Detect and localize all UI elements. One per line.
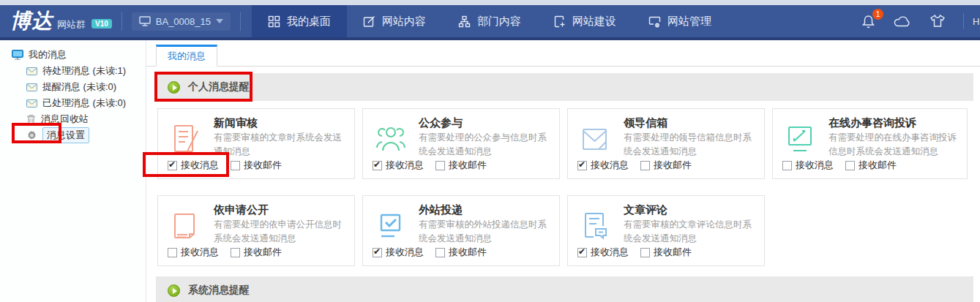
doc-plus-icon bbox=[553, 15, 566, 28]
notification-count-badge: 1 bbox=[872, 9, 883, 20]
mail-icon bbox=[26, 83, 37, 91]
tab-my-messages[interactable]: 我的消息 bbox=[156, 45, 217, 67]
card-external-submission: 外站投递 有需要审核的外站投递信息时系统会发送通知消息 接收消息 接收邮件 bbox=[362, 195, 560, 266]
mail-icon bbox=[26, 67, 37, 75]
nav-item-label: 网站内容 bbox=[382, 15, 426, 29]
receive-message-label: 接收消息 bbox=[591, 246, 629, 259]
card-description: 有需要处理的在线办事咨询投诉信息时系统会发送通知消息 bbox=[828, 131, 958, 159]
receive-message-checkbox[interactable] bbox=[577, 161, 587, 170]
navbar-right-group: 1 H bbox=[861, 5, 980, 37]
receive-email-checkbox[interactable] bbox=[435, 161, 445, 170]
card-description: 有需要处理的公众参与信息时系统会发送通知消息 bbox=[419, 131, 550, 159]
sidebar-item-processed-messages[interactable]: 已处理消息 (未读:0) bbox=[0, 95, 146, 111]
receive-email-checkbox[interactable] bbox=[845, 161, 855, 170]
receive-email-checkbox[interactable] bbox=[640, 161, 650, 170]
card-description: 有需要审核的文章时系统会发送通知消息 bbox=[214, 131, 345, 159]
sidebar-item-label: 消息回收站 bbox=[41, 113, 89, 126]
divider bbox=[963, 13, 964, 29]
sidebar-item-reminder-messages[interactable]: 提醒消息 (未读:0) bbox=[0, 79, 146, 95]
cloud-icon[interactable] bbox=[894, 15, 912, 28]
gear-icon bbox=[26, 130, 37, 141]
sidebar-item-message-recycle-bin[interactable]: 消息回收站 bbox=[0, 111, 146, 127]
receive-email-checkbox[interactable] bbox=[435, 248, 445, 257]
edit-icon bbox=[363, 15, 375, 28]
tab-bar: 我的消息 bbox=[146, 40, 980, 67]
trash-icon bbox=[26, 114, 36, 124]
org-icon bbox=[458, 15, 471, 28]
site-selector-dropdown[interactable]: BA_0008_15 bbox=[132, 12, 231, 31]
application-disclosure-icon bbox=[168, 208, 203, 244]
card-title: 依申请公开 bbox=[214, 203, 345, 216]
receive-message-label: 接收消息 bbox=[181, 159, 219, 172]
receive-message-label: 接收消息 bbox=[386, 159, 424, 172]
nav-item-my-desktop[interactable]: 我的桌面 bbox=[252, 5, 347, 37]
divider bbox=[121, 12, 122, 31]
message-tree-sidebar: 我的消息 待处理消息 (未读:1) 提醒消息 (未读:0) 已处理消息 (未读:… bbox=[0, 40, 146, 302]
grid-icon bbox=[268, 15, 280, 28]
card-checkbox-row: 接收消息 接收邮件 bbox=[577, 246, 692, 259]
card-description: 有需要处理的依申请公开信息时系统会发送通知消息 bbox=[214, 218, 345, 246]
card-title: 在线办事咨询投诉 bbox=[828, 116, 958, 129]
card-description: 有需要审核的外站投递信息时系统会发送通知消息 bbox=[419, 218, 550, 246]
receive-message-label: 接收消息 bbox=[796, 159, 834, 172]
monitor-icon bbox=[12, 50, 23, 60]
receive-email-label: 接收邮件 bbox=[449, 159, 487, 172]
card-checkbox-row: 接收消息 接收邮件 bbox=[168, 246, 282, 259]
version-badge: V10 bbox=[91, 19, 112, 29]
card-title: 领导信箱 bbox=[624, 116, 755, 129]
section-header-personal-messages[interactable]: 个人消息提醒 bbox=[156, 73, 973, 101]
receive-message-checkbox[interactable] bbox=[782, 161, 792, 170]
card-checkbox-row: 接收消息 接收邮件 bbox=[373, 159, 487, 172]
card-title: 文章评论 bbox=[624, 203, 755, 216]
nav-item-label: 我的桌面 bbox=[287, 15, 331, 29]
sidebar-item-label: 提醒消息 (未读:0) bbox=[42, 80, 116, 94]
receive-message-label: 接收消息 bbox=[386, 246, 424, 259]
card-leader-mailbox: 领导信箱 有需要处理的领导信箱信息时系统会发送通知消息 接收消息 接收邮件 bbox=[567, 108, 765, 179]
section-header-system-messages[interactable]: 系统消息提醒 bbox=[156, 276, 973, 302]
nav-item-site-building[interactable]: 网站建设 bbox=[537, 5, 632, 37]
nav-item-dept-content[interactable]: 部门内容 bbox=[442, 5, 537, 37]
app-window: 博达 网站群 V10 BA_0008_15 bbox=[0, 0, 980, 302]
sidebar-item-my-messages[interactable]: 我的消息 bbox=[0, 47, 146, 63]
receive-message-checkbox[interactable] bbox=[373, 248, 382, 257]
sidebar-item-pending-messages[interactable]: 待处理消息 (未读:1) bbox=[0, 63, 146, 79]
card-title: 新闻审核 bbox=[214, 116, 345, 129]
nav-item-site-management[interactable]: 网站管理 bbox=[632, 5, 727, 37]
section-toggle-icon bbox=[168, 81, 180, 94]
card-row: 新闻审核 有需要审核的文章时系统会发送通知消息 接收消息 接收邮件 公众参与 bbox=[157, 108, 968, 179]
receive-email-label: 接收邮件 bbox=[244, 159, 282, 172]
receive-email-checkbox[interactable] bbox=[231, 161, 240, 170]
online-consult-icon bbox=[783, 121, 818, 156]
window-gear-icon bbox=[648, 15, 661, 28]
card-checkbox-row: 接收消息 接收邮件 bbox=[782, 159, 897, 172]
receive-message-checkbox[interactable] bbox=[168, 248, 177, 257]
username-partial-text: H bbox=[973, 16, 980, 27]
tshirt-icon[interactable] bbox=[929, 14, 946, 29]
card-description: 有需要处理的领导信箱信息时系统会发送通知消息 bbox=[624, 131, 755, 159]
card-checkbox-row: 接收消息 接收邮件 bbox=[168, 159, 282, 172]
receive-email-checkbox[interactable] bbox=[640, 248, 650, 257]
logo-product-text: 网站群 bbox=[57, 18, 86, 31]
card-row: 依申请公开 有需要处理的依申请公开信息时系统会发送通知消息 接收消息 接收邮件 … bbox=[157, 195, 765, 266]
receive-email-checkbox[interactable] bbox=[231, 248, 240, 257]
receive-message-label: 接收消息 bbox=[591, 159, 629, 172]
section-toggle-icon bbox=[168, 284, 180, 297]
sidebar-item-label: 消息设置 bbox=[42, 127, 89, 143]
receive-email-label: 接收邮件 bbox=[859, 159, 897, 172]
receive-email-label: 接收邮件 bbox=[449, 246, 487, 259]
card-online-consult-complaint: 在线办事咨询投诉 有需要处理的在线办事咨询投诉信息时系统会发送通知消息 接收消息… bbox=[772, 108, 968, 179]
receive-email-label: 接收邮件 bbox=[654, 159, 692, 172]
notifications-bell-icon[interactable]: 1 bbox=[861, 14, 876, 29]
nav-item-site-content[interactable]: 网站内容 bbox=[347, 5, 442, 37]
news-review-icon bbox=[168, 121, 203, 156]
sidebar-item-message-settings[interactable]: 消息设置 bbox=[0, 127, 146, 143]
card-application-disclosure: 依申请公开 有需要处理的依申请公开信息时系统会发送通知消息 接收消息 接收邮件 bbox=[157, 195, 355, 266]
mail-icon bbox=[26, 99, 37, 107]
receive-message-checkbox[interactable] bbox=[373, 161, 382, 170]
app-logo: 博达 网站群 V10 bbox=[10, 7, 112, 35]
receive-message-checkbox[interactable] bbox=[577, 248, 587, 257]
article-comment-icon bbox=[578, 208, 613, 244]
receive-message-checkbox[interactable] bbox=[168, 161, 177, 170]
divider bbox=[240, 12, 241, 31]
top-navbar: 博达 网站群 V10 BA_0008_15 bbox=[0, 5, 980, 40]
